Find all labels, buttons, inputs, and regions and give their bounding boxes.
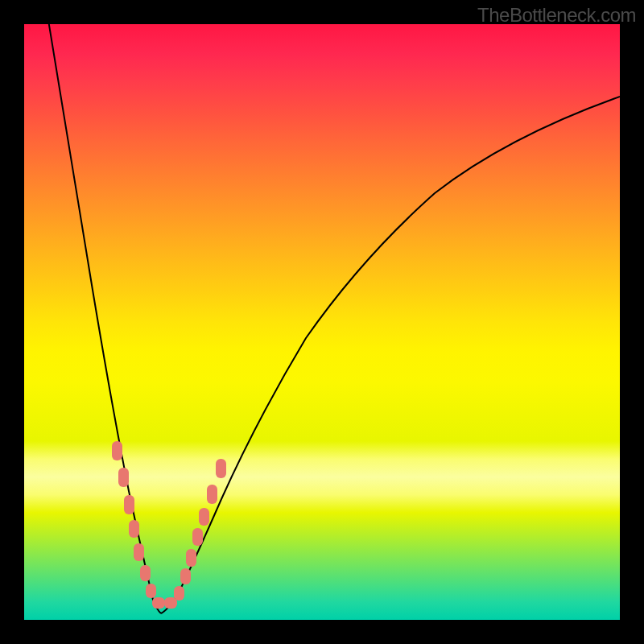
data-point (129, 520, 139, 538)
data-point (207, 485, 217, 504)
bottleneck-curve-left (48, 24, 161, 613)
data-point (199, 508, 209, 526)
data-point (124, 495, 134, 514)
data-point (140, 565, 151, 581)
data-point (118, 468, 129, 487)
chart-svg (24, 24, 620, 620)
data-point (216, 459, 226, 478)
data-point (180, 568, 191, 584)
data-point (164, 597, 177, 609)
data-point (152, 597, 165, 609)
data-points-group (112, 441, 226, 609)
data-point (192, 528, 203, 546)
data-point (134, 543, 144, 561)
data-point (146, 584, 156, 598)
data-point (186, 549, 196, 567)
watermark-text: TheBottleneck.com (477, 4, 636, 27)
bottleneck-curve-right (161, 97, 620, 613)
data-point (174, 586, 184, 601)
data-point (112, 441, 122, 460)
chart-plot-area (24, 24, 620, 620)
